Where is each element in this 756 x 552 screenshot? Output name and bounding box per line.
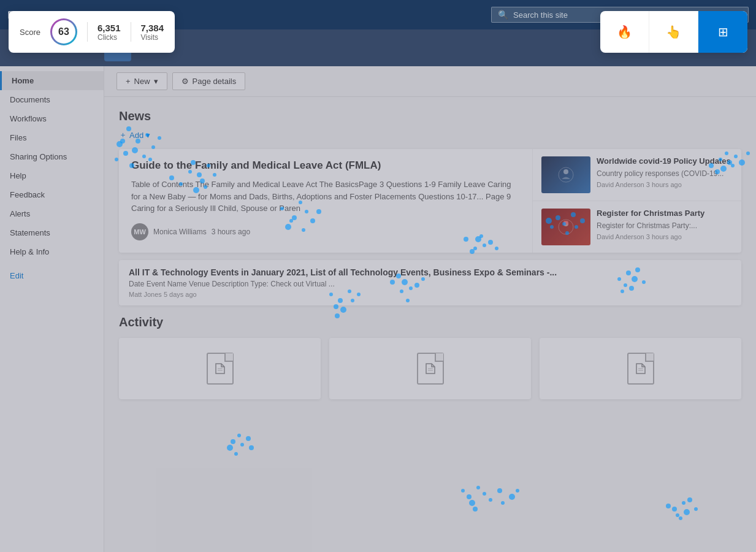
grid-button[interactable]: ⊞ bbox=[698, 11, 747, 53]
news-section-title: News bbox=[119, 109, 741, 123]
news-main-author: MW Monica Williams 3 hours ago bbox=[131, 223, 520, 240]
news-main-body: Table of Contents The Family and Medical… bbox=[131, 178, 520, 215]
score-value: 63 bbox=[50, 18, 77, 45]
news-third-title: All IT & Technology Events in January 20… bbox=[129, 267, 731, 277]
svg-rect-4 bbox=[563, 221, 568, 224]
activity-card-0[interactable] bbox=[119, 338, 321, 399]
news-side-meta-1: David Anderson 3 hours ago bbox=[597, 233, 733, 240]
clicks-label: Clicks bbox=[97, 33, 117, 42]
side-time-0: 3 hours ago bbox=[646, 181, 682, 188]
gear-icon: ⚙ bbox=[181, 77, 189, 86]
sidebar-edit[interactable]: Edit bbox=[0, 266, 104, 285]
third-author: Matt Jones bbox=[129, 291, 162, 298]
news-side-body-0: Country policy responses (COVID-19... bbox=[597, 169, 733, 179]
search-icon: 🔍 bbox=[498, 10, 508, 20]
add-label: Add bbox=[129, 131, 143, 140]
score-divider bbox=[87, 22, 88, 42]
sidebar-item-statements[interactable]: Statements bbox=[0, 223, 104, 242]
sidebar-item-sharing[interactable]: Sharing Options bbox=[0, 147, 104, 166]
sidebar-item-files[interactable]: Files bbox=[0, 128, 104, 147]
score-label: Score bbox=[20, 28, 40, 37]
news-main-title: Guide to the Family and Medical Leave Ac… bbox=[131, 159, 520, 172]
page-details-label: Page details bbox=[193, 77, 237, 86]
activity-card-2[interactable] bbox=[540, 338, 741, 399]
sidebar-item-workflows[interactable]: Workflows bbox=[0, 109, 104, 128]
news-third-body: Date Event Name Venue Description Type: … bbox=[129, 280, 731, 288]
news-side-info-0: Worldwide covid-19 Policy Updates Countr… bbox=[597, 156, 733, 193]
sidebar-item-helpinfo[interactable]: Help & Info bbox=[0, 242, 104, 261]
side-author-0: David Anderson bbox=[597, 181, 644, 188]
visits-num: 7,384 bbox=[141, 23, 164, 33]
third-time: 5 days ago bbox=[164, 291, 197, 298]
cursor-button[interactable]: 👆 bbox=[649, 11, 698, 53]
add-news-button[interactable]: ＋ Add ▾ bbox=[119, 129, 741, 140]
news-third-meta: Matt Jones 5 days ago bbox=[129, 291, 731, 298]
activity-section-title: Activity bbox=[119, 315, 741, 329]
news-side-item-0[interactable]: Worldwide covid-19 Policy Updates Countr… bbox=[533, 149, 741, 201]
news-thumb-1 bbox=[541, 209, 590, 245]
clicks-stat: 6,351 Clicks bbox=[97, 23, 121, 42]
news-side-body-1: Register for Christmas Party:... bbox=[597, 221, 733, 231]
add-chevron-icon: ▾ bbox=[146, 131, 150, 140]
page-details-button[interactable]: ⚙ Page details bbox=[172, 72, 246, 90]
news-third-article[interactable]: All IT & Technology Events in January 20… bbox=[119, 260, 741, 305]
content-area: News ＋ Add ▾ Guide to the Family and Med… bbox=[104, 97, 756, 412]
doc-icon-0 bbox=[207, 353, 234, 385]
svg-point-1 bbox=[563, 169, 568, 174]
author-time: 3 hours ago bbox=[212, 228, 250, 236]
doc-icon-2 bbox=[627, 353, 654, 385]
news-side-title-0: Worldwide covid-19 Policy Updates bbox=[597, 156, 733, 167]
add-icon: ＋ bbox=[119, 129, 127, 140]
visits-label: Visits bbox=[141, 33, 158, 42]
new-button[interactable]: + New ▾ bbox=[116, 72, 167, 90]
fire-button[interactable]: 🔥 bbox=[600, 11, 649, 53]
activity-grid bbox=[119, 338, 741, 399]
sidebar-item-alerts[interactable]: Alerts bbox=[0, 204, 104, 223]
news-main-article[interactable]: Guide to the Family and Medical Leave Ac… bbox=[119, 149, 533, 253]
score-widget: Score 63 6,351 Clicks 7,384 Visits bbox=[9, 11, 175, 53]
sidebar-item-documents[interactable]: Documents bbox=[0, 90, 104, 109]
main-layout: Home Documents Workflows Files Sharing O… bbox=[0, 66, 756, 552]
clicks-num: 6,351 bbox=[97, 23, 121, 33]
news-thumb-0 bbox=[541, 156, 590, 193]
main-content: + New ▾ ⚙ Page details News ＋ Add ▾ bbox=[104, 66, 756, 552]
news-side-info-1: Register for Christmas Party Register fo… bbox=[597, 209, 733, 245]
news-grid: Guide to the Family and Medical Leave Ac… bbox=[119, 149, 741, 253]
visits-stat: 7,384 Visits bbox=[141, 23, 164, 42]
sidebar-item-home[interactable]: Home bbox=[0, 71, 104, 90]
activity-card-1[interactable] bbox=[329, 338, 531, 399]
news-side-articles: Worldwide covid-19 Policy Updates Countr… bbox=[533, 149, 741, 253]
author-avatar: MW bbox=[131, 223, 148, 240]
score-divider2 bbox=[131, 22, 131, 42]
chevron-down-icon: ▾ bbox=[154, 77, 158, 86]
author-name: Monica Williams bbox=[153, 228, 207, 236]
page-toolbar: + New ▾ ⚙ Page details bbox=[104, 66, 756, 97]
side-author-1: David Anderson bbox=[597, 233, 644, 240]
new-label: New bbox=[134, 77, 150, 86]
doc-icon-1 bbox=[417, 353, 444, 385]
toolbar-widget: 🔥 👆 ⊞ bbox=[600, 11, 747, 53]
news-side-title-1: Register for Christmas Party bbox=[597, 209, 733, 219]
sidebar: Home Documents Workflows Files Sharing O… bbox=[0, 66, 104, 552]
side-time-1: 3 hours ago bbox=[646, 233, 682, 240]
sidebar-item-help[interactable]: Help bbox=[0, 166, 104, 185]
news-side-item-1[interactable]: Register for Christmas Party Register fo… bbox=[533, 201, 741, 253]
news-side-meta-0: David Anderson 3 hours ago bbox=[597, 181, 733, 188]
plus-icon: + bbox=[126, 77, 131, 86]
sidebar-item-feedback[interactable]: Feedback bbox=[0, 185, 104, 204]
